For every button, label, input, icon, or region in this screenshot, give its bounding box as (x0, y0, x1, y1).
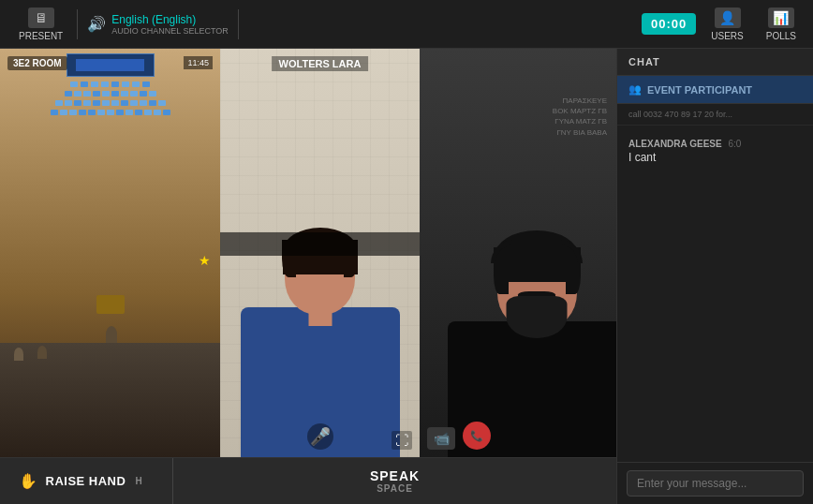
video-grid: 3E2 ROOM 11:45 ★ (0, 49, 616, 457)
hall-screen (67, 53, 155, 77)
speak-button[interactable]: SPEAK SPACE (173, 458, 616, 504)
raise-hand-label: RAISE HAND (46, 474, 126, 488)
chat-messages: ALEXANDRA GEESE 6:0 I cant (617, 126, 813, 462)
present-icon: 🖥 (28, 7, 54, 28)
speaker-name-label: WOLTERS LARA (272, 56, 369, 71)
chat-input[interactable] (627, 470, 804, 497)
chat-panel: CHAT 👥 EVENT PARTICIPANT call 0032 470 8… (616, 49, 813, 504)
audio-icon: 🔊 (87, 15, 106, 33)
users-button[interactable]: 👤 USERS (703, 4, 750, 45)
seat-rows (0, 82, 220, 119)
message-text: I cant (628, 151, 802, 164)
sender-name: ALEXANDRA GEESE (628, 139, 722, 149)
speak-label: SPEAK (370, 468, 420, 483)
timer-display: 00:00 (642, 13, 696, 35)
raise-hand-shortcut: H (135, 476, 142, 486)
polls-label: POLLS (766, 31, 796, 41)
audio-selector-label: AUDIO CHANNEL SELECTOR (111, 26, 229, 36)
chat-input-area (617, 462, 813, 504)
polls-icon: 📊 (768, 7, 794, 28)
message-sender: ALEXANDRA GEESE 6:0 (628, 139, 802, 149)
speak-shortcut: SPACE (377, 483, 413, 494)
chat-header: CHAT (617, 49, 813, 76)
participants-icon: 👥 (628, 83, 642, 96)
toolbar-right: 00:00 👤 USERS 📊 POLLS (642, 4, 804, 45)
main-content: 3E2 ROOM 11:45 ★ (0, 49, 813, 504)
users-icon: 👤 (715, 7, 741, 28)
speaker-video: WOLTERS LARA 🎤 ⛶ (220, 49, 420, 457)
mic-icon: 🎤 (307, 423, 333, 450)
toolbar: 🖥 PRESENT 🔊 English (English) AUDIO CHAN… (0, 0, 813, 49)
present-button[interactable]: 🖥 PRESENT (9, 4, 72, 45)
participants-label: EVENT PARTICIPANT (647, 84, 752, 96)
lectern (96, 295, 125, 314)
present-label: PRESENT (19, 31, 63, 41)
call-link: call 0032 470 89 17 20 for... (617, 104, 813, 126)
message-time: 6:0 (728, 139, 741, 149)
star-icon: ★ (199, 253, 211, 268)
video-camera-button[interactable]: 📹 (427, 427, 455, 450)
secondary-video: ΠΑΡΑΣΚΕΥΕΒΟΚ ΜΑΡΤΖ ΓΒΓΥΝΑ ΜΑΤΖ ΓΒΓΝΥ ΒΙΑ… (420, 49, 616, 457)
fullscreen-icon[interactable]: ⛶ (392, 431, 412, 450)
audio-channel-selector[interactable]: 🔊 English (English) AUDIO CHANNEL SELECT… (77, 9, 239, 39)
audio-language: English (English) (111, 13, 229, 26)
watermark-text: ΠΑΡΑΣΚΕΥΕΒΟΚ ΜΑΡΤΖ ΓΒΓΥΝΑ ΜΑΤΖ ΓΒΓΝΥ ΒΙΑ… (553, 96, 607, 138)
event-participants-bar[interactable]: 👥 EVENT PARTICIPANT (617, 76, 813, 104)
polls-button[interactable]: 📊 POLLS (759, 4, 804, 45)
users-label: USERS (711, 31, 743, 41)
chat-message: ALEXANDRA GEESE 6:0 I cant (617, 133, 813, 170)
room-label: 3E2 ROOM (7, 56, 67, 70)
end-call-button[interactable]: 📞 (463, 422, 491, 450)
hand-icon: ✋ (19, 472, 38, 490)
bottom-bar: ✋ RAISE HAND H SPEAK SPACE (0, 457, 616, 504)
raise-hand-button[interactable]: ✋ RAISE HAND H (0, 458, 173, 504)
room-timestamp: 11:45 (184, 56, 213, 69)
video-section: 3E2 ROOM 11:45 ★ (0, 49, 616, 504)
room-thumbnail: 3E2 ROOM 11:45 ★ (0, 49, 220, 457)
